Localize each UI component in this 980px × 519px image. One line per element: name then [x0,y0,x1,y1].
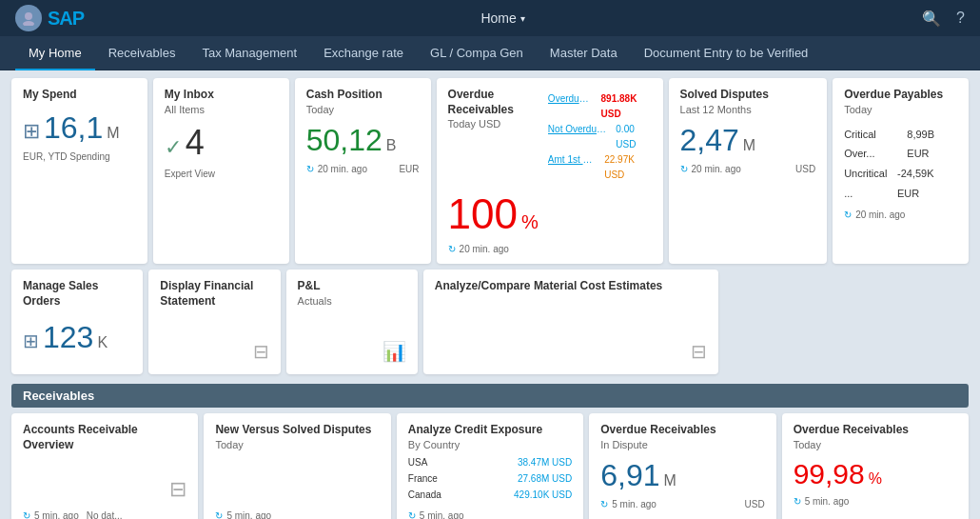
solved-disputes-number: 2,47 [680,123,739,158]
chevron-down-icon: ▾ [520,13,525,24]
my-spend-card: My Spend ⊞ 16,1 M EUR, YTD Spending [11,78,147,264]
spacer-2 [860,269,969,374]
overdue-label-1: Overdue A... [548,91,594,122]
payable-row-2: Uncritical ... -24,59K EUR [844,164,957,204]
overdue-recv-dispute-number: 6,91 [600,458,659,493]
solved-disputes-time: 20 min. ago [692,164,741,174]
my-spend-footer: EUR, YTD Spending [23,151,136,162]
nav-master-data[interactable]: Master Data [537,36,631,70]
nav-my-home[interactable]: My Home [15,36,95,70]
credit-row-1: USA 38.47M USD [408,454,572,470]
payable-row-1: Critical Over... 8,99B EUR [844,125,957,165]
manage-sales-title: Manage Sales Orders [23,279,131,309]
overdue-recv-title: Overdue Receivables [448,88,548,117]
home-row-1: My Spend ⊞ 16,1 M EUR, YTD Spending My I… [11,78,969,264]
receivables-row: Accounts Receivable Overview ⊟ 5 min. ag… [11,413,969,519]
solved-disputes-footer: 20 min. ago USD [680,164,816,174]
svg-point-1 [23,21,34,26]
nav-gl-compa-gen[interactable]: GL / Compa Gen [417,36,537,70]
overdue-row-1: Overdue A... 891.88K USD [548,91,652,122]
my-inbox-number: 4 [186,123,205,163]
new-vs-solved-card: New Versus Solved Disputes Today 5 min. … [204,413,390,519]
cash-position-title: Cash Position [306,88,420,103]
refresh-icon-9 [794,496,801,507]
overdue-recv-dispute-currency: USD [745,499,765,509]
my-spend-value: ⊞ 16,1 M [23,110,136,146]
payable-label-2: Uncritical ... [844,164,897,204]
navbar: My Home Receivables Tax Management Excha… [0,36,980,70]
overdue-recv-time: 20 min. ago [460,244,509,254]
display-financial-card: Display Financial Statement ⊟ [148,269,280,374]
refresh-icon-4 [844,210,852,220]
credit-val-1: 38.47M USD [518,454,572,470]
refresh-icon-6 [215,510,223,519]
overdue-payables-time: 20 min. ago [855,210,905,220]
analyze-credit-footer: 5 min. ago [408,510,572,519]
manage-sales-unit: K [97,334,108,351]
accounts-recv-footer2: No dat... [87,510,123,519]
refresh-icon-3 [680,164,688,174]
page-title: Home ▾ [480,10,524,26]
credit-table: USA 38.47M USD France 27.68M USD Canada … [408,454,572,503]
my-spend-number: 16,1 [44,110,103,146]
financial-icon: ⊟ [253,340,269,363]
overdue-recv-today-footer: 5 min. ago [794,496,957,507]
pl-subtitle: Actuals [298,295,406,307]
analyze-credit-subtitle: By Country [408,439,572,450]
overdue-recv-today-subtitle: Today [794,439,957,450]
help-icon[interactable]: ? [956,10,965,28]
cash-position-number: 50,12 [306,123,382,158]
refresh-icon-5 [23,510,30,519]
overdue-recv-today-title: Overdue Receivables [794,423,957,438]
overdue-recv-footer: 20 min. ago [448,244,652,254]
analyze-credit-card: Analyze Credit Exposure By Country USA 3… [397,413,583,519]
search-icon[interactable]: 🔍 [922,10,941,28]
credit-country-2: France [408,470,438,487]
analyze-icon: ⊟ [691,340,707,363]
nav-tax-management[interactable]: Tax Management [188,36,310,70]
new-vs-solved-footer: 5 min. ago [215,510,271,519]
credit-row-3: Canada 429.10K USD [408,487,572,503]
receivables-label: Receivables [23,389,94,403]
overdue-receivables-card: Overdue Receivables Today USD Overdue A.… [437,78,663,264]
overdue-payables-title: Overdue Payables [844,88,957,103]
credit-row-2: France 27.68M USD [408,470,572,487]
new-vs-solved-time: 5 min. ago [226,510,271,519]
my-inbox-footer-text: Expert View [165,169,215,179]
title-text: Home [480,10,516,26]
overdue-recv-unit: % [521,211,539,233]
nav-receivables[interactable]: Receivables [95,36,189,70]
overdue-recv-dispute-footer: 5 min. ago USD [600,499,764,509]
spacer-1 [724,269,854,374]
analyze-compare-title: Analyze/Compare Material Cost Estimates [435,279,707,294]
solved-disputes-unit: M [743,137,755,154]
manage-sales-orders-card: Manage Sales Orders ⊞ 123 K [11,269,143,374]
solved-disputes-value: 2,47 M [680,123,816,158]
overdue-recv-dispute-subtitle: In Dispute [600,439,764,450]
sap-logo: SAP [48,8,84,30]
overdue-val-2: 0.00 USD [616,122,651,152]
solved-disputes-currency: USD [795,164,815,174]
overdue-recv-dispute-card: Overdue Receivables In Dispute 6,91 M 5 … [589,413,775,519]
nav-document-entry[interactable]: Document Entry to be Verified [631,36,822,70]
refresh-icon [306,164,314,174]
overdue-recv-today-time: 5 min. ago [805,496,850,507]
payable-label-1: Critical Over... [844,125,907,165]
overdue-recv-today-number: 99,98 [794,458,865,490]
overdue-payables-card: Overdue Payables Today Critical Over... … [833,78,969,264]
accounts-receivable-card: Accounts Receivable Overview ⊟ 5 min. ag… [11,413,198,519]
avatar[interactable] [15,5,42,31]
overdue-label-2: Not Overdue A... [548,122,608,152]
analyze-compare-card: Analyze/Compare Material Cost Estimates … [423,269,718,374]
refresh-icon-8 [600,499,608,509]
my-spend-unit: M [107,125,119,142]
overdue-row-2: Not Overdue A... 0.00 USD [548,122,652,152]
accounts-recv-footer: 5 min. ago No dat... [23,510,123,519]
overdue-recv-dispute-unit: M [664,472,676,489]
display-financial-title: Display Financial Statement [160,279,268,309]
refresh-icon-7 [408,510,416,519]
cash-position-time: 20 min. ago [318,164,367,174]
analyze-credit-title: Analyze Credit Exposure [408,423,572,438]
nav-exchange-rate[interactable]: Exchange rate [310,36,417,70]
overdue-label-3: Amt 1st Due: [548,152,597,183]
